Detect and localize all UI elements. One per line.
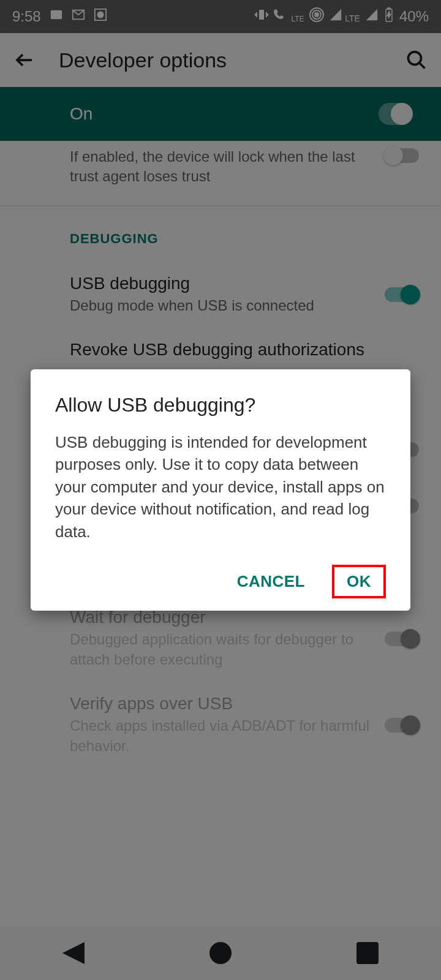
dialog-title: Allow USB debugging? [55,394,386,417]
ok-button[interactable]: OK [332,565,386,598]
usb-debugging-dialog: Allow USB debugging? USB debugging is in… [31,369,410,611]
dialog-message: USB debugging is intended for developmen… [55,431,386,543]
cancel-button[interactable]: CANCEL [225,565,317,598]
modal-overlay[interactable]: Allow USB debugging? USB debugging is in… [0,0,441,980]
dialog-actions: CANCEL OK [55,565,386,598]
